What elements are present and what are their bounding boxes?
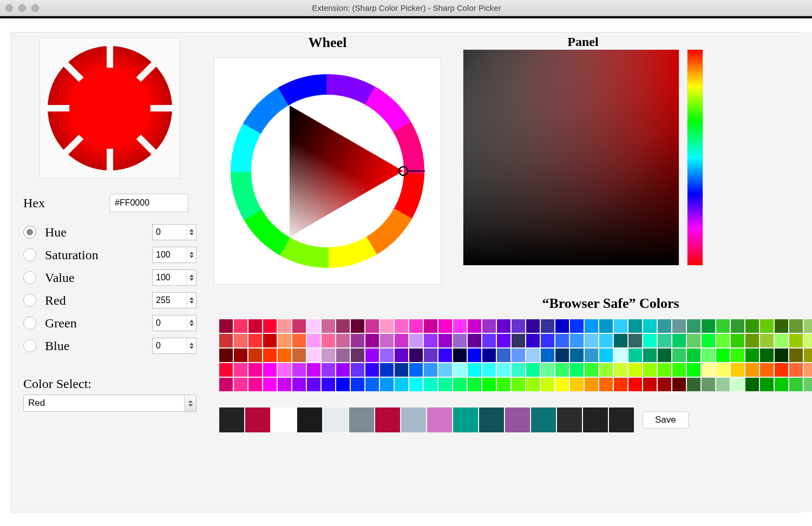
swatch[interactable] xyxy=(643,363,657,377)
swatch[interactable] xyxy=(687,363,700,377)
swatch[interactable] xyxy=(555,319,569,333)
swatch[interactable] xyxy=(775,349,788,362)
swatch[interactable] xyxy=(219,349,233,362)
swatch[interactable] xyxy=(322,349,335,362)
spinner-red[interactable] xyxy=(152,292,197,308)
swatch[interactable] xyxy=(248,349,262,362)
swatch[interactable] xyxy=(702,349,715,362)
swatch[interactable] xyxy=(672,349,686,362)
swatch[interactable] xyxy=(497,349,510,362)
swatch[interactable] xyxy=(789,363,803,377)
swatch[interactable] xyxy=(278,319,291,333)
saved-swatch[interactable] xyxy=(375,407,400,432)
swatch[interactable] xyxy=(322,334,335,347)
saved-swatch[interactable] xyxy=(427,407,452,432)
swatch[interactable] xyxy=(322,378,335,391)
swatch[interactable] xyxy=(380,378,394,391)
swatch[interactable] xyxy=(585,319,598,333)
swatch[interactable] xyxy=(438,349,452,362)
swatch[interactable] xyxy=(599,378,613,391)
swatch[interactable] xyxy=(453,363,467,377)
stepper-down-icon[interactable] xyxy=(189,255,194,258)
swatch[interactable] xyxy=(614,349,627,362)
swatch[interactable] xyxy=(336,349,350,362)
swatch[interactable] xyxy=(716,363,730,377)
swatch[interactable] xyxy=(541,319,554,333)
swatch[interactable] xyxy=(643,378,657,391)
swatch[interactable] xyxy=(292,319,306,333)
hue-slider[interactable] xyxy=(687,49,703,266)
saved-swatch[interactable] xyxy=(531,407,556,432)
swatch[interactable] xyxy=(570,349,584,362)
swatch[interactable] xyxy=(614,334,627,347)
swatch[interactable] xyxy=(760,319,774,333)
swatch[interactable] xyxy=(672,319,686,333)
swatch[interactable] xyxy=(292,363,306,377)
swatch[interactable] xyxy=(570,378,584,391)
swatch[interactable] xyxy=(263,378,277,391)
swatch[interactable] xyxy=(555,378,569,391)
swatch[interactable] xyxy=(804,349,812,362)
swatch[interactable] xyxy=(745,349,759,362)
swatch[interactable] xyxy=(351,334,364,347)
swatch[interactable] xyxy=(731,378,744,391)
swatch[interactable] xyxy=(702,363,715,377)
input-green[interactable] xyxy=(153,317,186,329)
swatch[interactable] xyxy=(219,363,233,377)
radio-value[interactable] xyxy=(23,271,36,284)
swatch[interactable] xyxy=(248,363,262,377)
swatch[interactable] xyxy=(541,349,554,362)
swatch[interactable] xyxy=(234,378,247,391)
swatch[interactable] xyxy=(395,363,408,377)
swatch[interactable] xyxy=(628,334,642,347)
swatch[interactable] xyxy=(804,363,812,377)
swatch[interactable] xyxy=(760,334,774,347)
swatch[interactable] xyxy=(541,334,554,347)
hex-input[interactable] xyxy=(110,194,188,212)
swatch[interactable] xyxy=(307,334,320,347)
swatch[interactable] xyxy=(380,349,394,362)
swatch[interactable] xyxy=(628,363,642,377)
spinner-hue[interactable] xyxy=(152,224,197,240)
swatch[interactable] xyxy=(804,319,812,333)
swatch[interactable] xyxy=(702,319,715,333)
swatch[interactable] xyxy=(789,378,803,391)
swatch[interactable] xyxy=(731,334,744,347)
swatch[interactable] xyxy=(424,334,437,347)
color-select-dropdown[interactable]: Red xyxy=(23,394,197,412)
swatch[interactable] xyxy=(468,363,481,377)
swatch[interactable] xyxy=(541,363,554,377)
spinner-blue[interactable] xyxy=(152,338,197,354)
swatch[interactable] xyxy=(658,349,671,362)
swatch[interactable] xyxy=(555,349,569,362)
swatch[interactable] xyxy=(351,363,364,377)
input-value[interactable] xyxy=(153,272,186,284)
radio-blue[interactable] xyxy=(23,339,36,352)
swatch[interactable] xyxy=(512,334,525,347)
swatch[interactable] xyxy=(716,319,730,333)
stepper-up-icon[interactable] xyxy=(189,252,194,254)
swatch[interactable] xyxy=(512,378,525,391)
swatch[interactable] xyxy=(497,319,510,333)
input-saturation[interactable] xyxy=(153,249,186,261)
swatch[interactable] xyxy=(599,334,613,347)
swatch[interactable] xyxy=(687,378,700,391)
swatch[interactable] xyxy=(336,334,350,347)
input-hue[interactable] xyxy=(153,226,186,238)
swatch[interactable] xyxy=(453,334,467,347)
swatch[interactable] xyxy=(336,319,350,333)
swatch[interactable] xyxy=(482,363,496,377)
swatch[interactable] xyxy=(336,378,350,391)
swatch[interactable] xyxy=(351,349,364,362)
swatch[interactable] xyxy=(804,378,812,391)
color-wheel[interactable] xyxy=(214,57,441,285)
swatch[interactable] xyxy=(687,349,700,362)
stepper-up-icon[interactable] xyxy=(189,229,194,232)
swatch[interactable] xyxy=(526,363,540,377)
swatch[interactable] xyxy=(497,378,510,391)
radio-red[interactable] xyxy=(23,294,36,307)
saved-swatch[interactable] xyxy=(505,407,530,432)
swatch[interactable] xyxy=(760,378,774,391)
input-blue[interactable] xyxy=(153,340,186,352)
spinner-value[interactable] xyxy=(152,269,197,286)
